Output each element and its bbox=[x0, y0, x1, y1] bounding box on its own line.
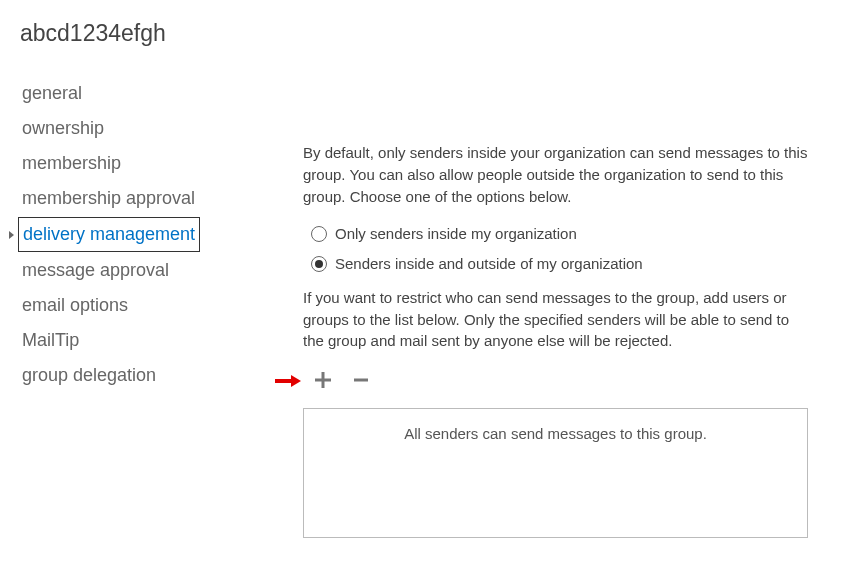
add-sender-button[interactable] bbox=[309, 368, 337, 394]
radio-icon bbox=[311, 226, 327, 242]
sidebar-item-group-delegation[interactable]: group delegation bbox=[18, 359, 160, 392]
page-title: abcd1234efgh bbox=[0, 0, 868, 47]
sidebar-item-email-options[interactable]: email options bbox=[18, 289, 132, 322]
sidebar-item-membership[interactable]: membership bbox=[18, 147, 125, 180]
sidebar-item-message-approval[interactable]: message approval bbox=[18, 254, 173, 287]
content-panel: By default, only senders inside your org… bbox=[245, 77, 868, 538]
radio-label: Only senders inside my organization bbox=[335, 223, 577, 245]
caret-icon bbox=[9, 231, 14, 239]
svg-marker-1 bbox=[291, 375, 301, 387]
intro-text: By default, only senders inside your org… bbox=[303, 142, 808, 207]
radio-label: Senders inside and outside of my organiz… bbox=[335, 253, 643, 275]
radio-inside-outside[interactable]: Senders inside and outside of my organiz… bbox=[311, 249, 808, 279]
sidebar-item-membership-approval[interactable]: membership approval bbox=[18, 182, 199, 215]
sidebar-item-mailtip[interactable]: MailTip bbox=[18, 324, 83, 357]
list-placeholder-text: All senders can send messages to this gr… bbox=[404, 425, 707, 442]
sidebar-item-ownership[interactable]: ownership bbox=[18, 112, 108, 145]
allowed-senders-list[interactable]: All senders can send messages to this gr… bbox=[303, 408, 808, 538]
sidebar-item-delivery-management[interactable]: delivery management bbox=[18, 217, 200, 252]
radio-icon bbox=[311, 256, 327, 272]
sender-scope-radio-group: Only senders inside my organization Send… bbox=[303, 213, 808, 285]
annotation-arrow-icon bbox=[275, 375, 301, 387]
radio-inside-only[interactable]: Only senders inside my organization bbox=[311, 219, 808, 249]
remove-sender-button[interactable] bbox=[347, 368, 375, 394]
sender-list-toolbar bbox=[275, 368, 808, 394]
sidebar-item-label: delivery management bbox=[23, 224, 195, 244]
sidebar-item-general[interactable]: general bbox=[18, 77, 86, 110]
sidebar: general ownership membership membership … bbox=[0, 77, 245, 538]
restrict-text: If you want to restrict who can send mes… bbox=[303, 287, 808, 352]
